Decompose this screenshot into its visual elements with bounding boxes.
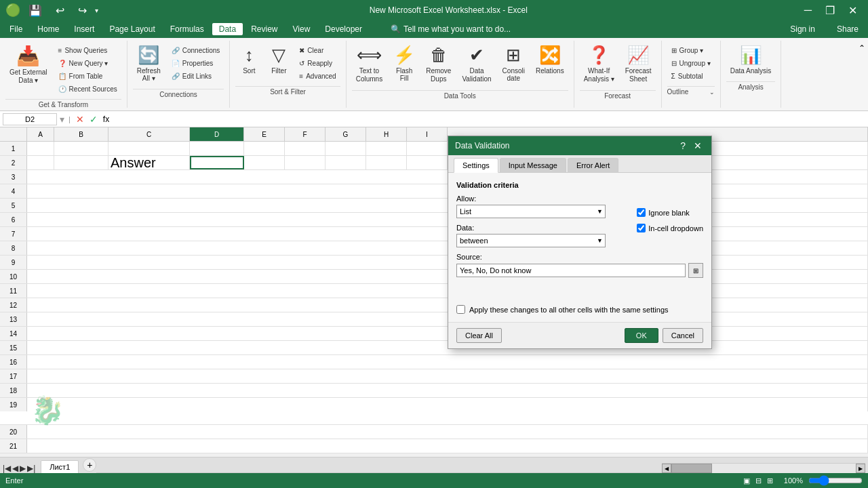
clear-all-button[interactable]: Clear All [456, 328, 502, 343]
dialog-tab-error-alert[interactable]: Error Alert [568, 158, 619, 172]
data-validation-dialog: Data Validation ? ✕ Settings Input Messa… [448, 136, 712, 349]
apply-row: Apply these changes to all other cells w… [456, 305, 703, 314]
apply-checkbox[interactable] [456, 305, 465, 314]
source-select-button[interactable]: ⊞ [688, 263, 703, 278]
dialog-tab-bar: Settings Input Message Error Alert [448, 155, 711, 173]
dialog-close-button[interactable]: ✕ [691, 140, 705, 151]
dialog-tab-input-message[interactable]: Input Message [500, 158, 566, 172]
ignore-blank-checkbox[interactable] [637, 208, 646, 217]
dialog-body: Validation criteria Allow: List Any valu… [448, 173, 711, 322]
source-input[interactable] [456, 264, 686, 277]
checkboxes-section: Ignore blank In-cell dropdown [637, 195, 703, 253]
dialog-footer: Clear All OK Cancel [448, 322, 711, 348]
dialog-overlay: Data Validation ? ✕ Settings Input Messa… [0, 0, 868, 488]
allow-select[interactable]: List Any value Whole number Decimal Date… [456, 205, 606, 218]
data-select[interactable]: between not between equal to not equal t… [456, 234, 606, 247]
ignore-blank-label: Ignore blank [648, 209, 690, 217]
data-select-wrapper: between not between equal to not equal t… [456, 234, 606, 247]
criteria-row: Allow: List Any value Whole number Decim… [456, 195, 703, 253]
source-input-row: ⊞ [456, 263, 703, 278]
cancel-button[interactable]: Cancel [663, 328, 703, 343]
dialog-titlebar: Data Validation ? ✕ [448, 136, 711, 155]
data-field: Data: between not between equal to not e… [456, 224, 623, 247]
apply-label: Apply these changes to all other cells w… [469, 306, 669, 314]
source-label: Source: [456, 253, 703, 261]
in-cell-dropdown-row: In-cell dropdown [637, 224, 703, 232]
dialog-title-controls: ? ✕ [677, 140, 705, 151]
dialog-help-button[interactable]: ? [677, 140, 688, 151]
in-cell-dropdown-label: In-cell dropdown [648, 224, 703, 232]
in-cell-dropdown-checkbox[interactable] [637, 224, 646, 232]
source-field: Source: ⊞ [456, 253, 703, 278]
ignore-blank-row: Ignore blank [637, 208, 703, 217]
dialog-tab-settings[interactable]: Settings [454, 158, 498, 173]
allow-select-wrapper: List Any value Whole number Decimal Date… [456, 205, 606, 218]
allow-field: Allow: List Any value Whole number Decim… [456, 195, 623, 218]
source-select-icon: ⊞ [693, 267, 698, 274]
dialog-spacer [456, 283, 703, 294]
allow-section: Allow: List Any value Whole number Decim… [456, 195, 623, 253]
ok-button[interactable]: OK [625, 328, 658, 343]
dialog-title: Data Validation [455, 141, 510, 150]
allow-label: Allow: [456, 195, 623, 203]
dialog-footer-buttons: OK Cancel [625, 328, 703, 343]
validation-criteria-label: Validation criteria [456, 181, 703, 189]
data-label: Data: [456, 224, 623, 232]
